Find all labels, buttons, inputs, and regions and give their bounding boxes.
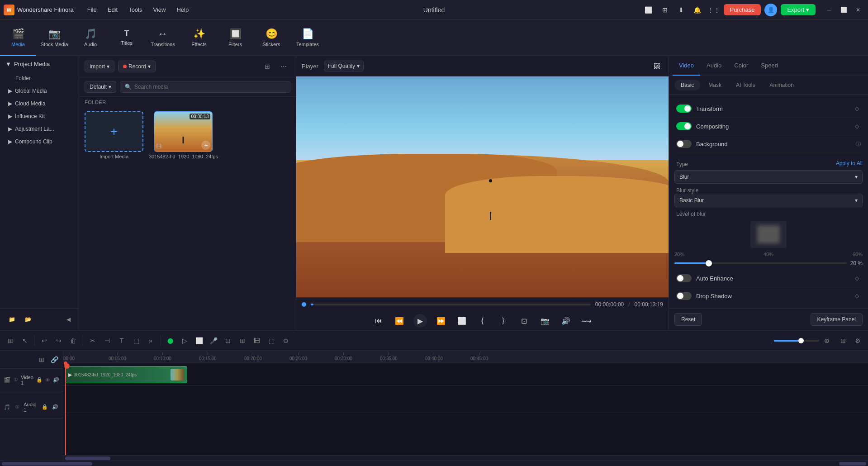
delete-button[interactable]: 🗑 (66, 334, 80, 347)
blur-slider-thumb[interactable] (706, 260, 712, 266)
film-roll-button[interactable]: 🎞 (250, 334, 264, 347)
motion-track-button[interactable]: ▷ (178, 334, 191, 347)
menu-help[interactable]: Help (172, 5, 193, 15)
reset-button[interactable]: Reset (674, 313, 702, 326)
auto-enhance-keyframe-icon[interactable]: ◇ (853, 274, 861, 282)
toolbar-stickers[interactable]: 😊 Stickers (253, 20, 289, 56)
collapse-sidebar-button[interactable]: ◀ (63, 314, 73, 324)
apply-to-all-button[interactable]: Apply to All (836, 160, 863, 166)
avatar[interactable]: 👤 (764, 4, 777, 16)
right-scroll-thumb[interactable] (839, 462, 866, 466)
add-track-icon[interactable]: ⊞ (37, 355, 47, 365)
blur-style-select[interactable]: Basic Blur ▾ (674, 194, 863, 207)
toolbar-templates[interactable]: 📄 Templates (289, 20, 326, 56)
silence-detect-button[interactable]: ⬜ (192, 334, 206, 347)
bell-icon[interactable]: 🔔 (691, 4, 704, 16)
project-media-header[interactable]: ▼ Project Media (0, 56, 79, 72)
toolbar-stock-media[interactable]: 📷 Stock Media (36, 20, 72, 56)
blur-type-select[interactable]: Blur ▾ (674, 170, 863, 184)
more-tools[interactable]: » (144, 334, 157, 347)
crop-button[interactable]: ⬚ (129, 334, 143, 347)
grid-icon[interactable]: ⋮⋮ (707, 4, 720, 16)
purchase-button[interactable]: Purchase (724, 4, 761, 15)
toolbar-effects[interactable]: ✨ Effects (181, 20, 217, 56)
bottom-scroll-thumb[interactable] (2, 462, 92, 466)
menu-view[interactable]: View (148, 5, 170, 15)
import-button[interactable]: Import ▾ (85, 61, 114, 72)
sidebar-compound-clip[interactable]: ▶ Compound Clip (3, 136, 76, 147)
tab-speed[interactable]: Speed (754, 56, 784, 76)
play-button[interactable]: ▶ (413, 314, 427, 328)
trim-button[interactable]: ⊣ (100, 334, 114, 347)
auto-enhance-toggle[interactable] (676, 274, 692, 282)
sidebar-folder[interactable]: Folder (3, 72, 76, 84)
smart-cutout-button[interactable]: ⬤ (163, 334, 177, 347)
auto-caption-button[interactable]: ⊡ (221, 334, 235, 347)
compositing-toggle[interactable] (676, 122, 692, 130)
timeline-playhead[interactable] (65, 363, 66, 455)
add-folder-button[interactable]: 📁 (5, 313, 18, 326)
minimize-button[interactable]: ─ (823, 4, 835, 16)
snapshot-icon[interactable]: 🖼 (650, 60, 663, 72)
sidebar-influence-kit[interactable]: ▶ Influence Kit (3, 110, 76, 122)
video-thumb-box[interactable]: 00:00:13 🎞 + (154, 111, 213, 152)
picture-in-picture-button[interactable]: ⬚ (265, 334, 278, 347)
menu-edit[interactable]: Edit (103, 5, 122, 15)
audio-detach-button[interactable]: 🎤 (207, 334, 220, 347)
video-eye-icon[interactable]: 👁 (45, 376, 50, 385)
timeline-scrollbar[interactable] (63, 455, 868, 461)
layout-options-button[interactable]: ⊞ (836, 334, 850, 347)
transform-toggle[interactable] (676, 105, 692, 113)
zoom-track[interactable] (774, 340, 819, 342)
import-media-box[interactable]: + (85, 111, 143, 152)
sidebar-global-media[interactable]: ▶ Global Media (3, 85, 76, 97)
video-volume-icon[interactable]: 🔊 (53, 376, 59, 385)
layout-icon[interactable]: ⊞ (659, 4, 671, 16)
add-track-button[interactable]: ⊞ (4, 334, 17, 347)
mark-out-button[interactable]: } (497, 314, 510, 328)
video-thumb[interactable]: 00:00:13 🎞 + 3015482-hd_1920_1080_24fps (149, 111, 218, 327)
download-icon[interactable]: ⬇ (675, 4, 688, 16)
toolbar-audio[interactable]: 🎵 Audio (72, 20, 109, 56)
background-info-icon[interactable]: ⓘ (856, 141, 861, 147)
toolbar-transitions[interactable]: ↔ Transitions (145, 20, 181, 56)
transform-keyframe-icon[interactable]: ◇ (853, 105, 861, 113)
multi-clip-button[interactable]: ⊞ (236, 334, 249, 347)
zoom-in-button[interactable]: ⊕ (820, 334, 834, 347)
sidebar-cloud-media[interactable]: ▶ Cloud Media (3, 98, 76, 109)
zoom-thumb[interactable] (798, 338, 804, 343)
cut-button[interactable]: ✂ (86, 334, 100, 347)
keyframe-panel-button[interactable]: Keyframe Panel (811, 313, 863, 326)
tab-audio[interactable]: Audio (700, 56, 728, 76)
playhead-dot[interactable] (302, 302, 306, 307)
close-button[interactable]: ✕ (852, 4, 864, 16)
loop-button[interactable]: ⬜ (455, 314, 469, 328)
split-view-button[interactable]: ⟿ (580, 314, 593, 328)
maximize-button[interactable]: ⬜ (837, 4, 850, 16)
redo-button[interactable]: ↪ (52, 334, 66, 347)
subtab-basic[interactable]: Basic (674, 80, 700, 90)
skip-back-button[interactable]: ⏮ (372, 314, 385, 328)
monitor-icon[interactable]: ⬜ (642, 4, 655, 16)
blur-slider-track[interactable] (674, 262, 847, 264)
compositing-keyframe-icon[interactable]: ◇ (853, 122, 861, 130)
video-lock-icon[interactable]: 🔒 (36, 376, 43, 385)
export-button[interactable]: Export ▾ (781, 4, 816, 15)
text-tool[interactable]: T (115, 334, 128, 347)
select-tool[interactable]: ↖ (18, 334, 32, 347)
subtab-animation[interactable]: Animation (763, 80, 800, 90)
audio-lock-icon[interactable]: 🔒 (41, 403, 48, 412)
timeline-scroll-thumb[interactable] (65, 456, 110, 460)
record-button[interactable]: Record ▾ (118, 61, 156, 72)
menu-tools[interactable]: Tools (124, 5, 147, 15)
search-box[interactable]: 🔍 (120, 81, 290, 93)
mark-in-button[interactable]: { (476, 314, 489, 328)
audio-button[interactable]: 🔊 (559, 314, 573, 328)
progress-track[interactable] (311, 304, 591, 305)
drop-shadow-keyframe-icon[interactable]: ◇ (853, 292, 861, 300)
add-smart-folder-button[interactable]: 📂 (22, 313, 34, 326)
default-select[interactable]: Default ▾ (85, 81, 116, 93)
tab-video[interactable]: Video (673, 56, 700, 76)
menu-file[interactable]: File (83, 5, 101, 15)
import-media-thumb[interactable]: + Import Media (85, 111, 143, 327)
